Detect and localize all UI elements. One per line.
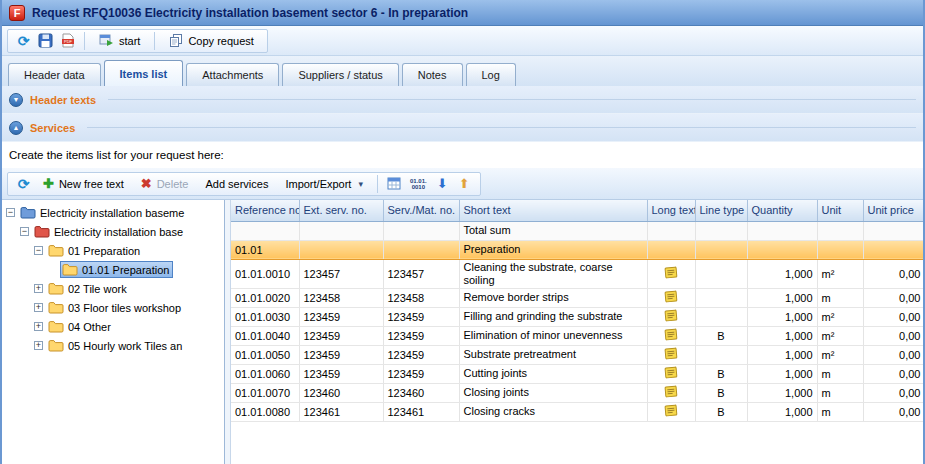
cell (383, 240, 459, 259)
tab-items-list[interactable]: Items list (104, 60, 184, 86)
column-header[interactable]: Unit price (863, 200, 923, 221)
table-row[interactable]: 01.01.0040123459123459Elimination of min… (231, 326, 923, 345)
expand-icon[interactable]: + (34, 303, 43, 312)
long-text-icon[interactable] (664, 266, 678, 279)
tree-item[interactable]: +02 Tile work (2, 279, 224, 298)
pdf-icon[interactable]: PDF (59, 32, 76, 49)
cell: m² (817, 326, 863, 345)
cell: 123458 (383, 288, 459, 307)
tab-notes[interactable]: Notes (402, 63, 463, 86)
cell: 01.01.0060 (231, 364, 299, 383)
new-free-text-label: New free text (59, 178, 124, 190)
collapse-icon[interactable]: − (20, 227, 29, 236)
expand-icon[interactable]: + (34, 341, 43, 350)
table-row[interactable]: Total sum (231, 221, 923, 240)
cell: 123459 (383, 307, 459, 326)
table-row[interactable]: 01.01.0030123459123459Filling and grindi… (231, 307, 923, 326)
cell: m² (817, 259, 863, 288)
cell: 1,000 (747, 383, 817, 402)
section-services: ▲ Services (2, 114, 923, 142)
move-up-icon[interactable]: ⬆ (456, 175, 473, 192)
column-header[interactable]: Unit (817, 200, 863, 221)
cell (647, 259, 695, 288)
collapse-icon[interactable]: − (34, 246, 43, 255)
column-header[interactable]: Serv./Mat. no. (383, 200, 459, 221)
renumber-line2: 0010 (412, 184, 425, 190)
table-row[interactable]: 01.01.0070123460123460Closing jointsB1,0… (231, 383, 923, 402)
expand-icon[interactable]: + (34, 322, 43, 331)
cell (647, 288, 695, 307)
tree-item-label: 01 Preparation (68, 245, 140, 257)
move-down-icon[interactable]: ⬇ (434, 175, 451, 192)
tree-item[interactable]: 01.01 Preparation (2, 260, 224, 279)
column-header[interactable]: Quantity (747, 200, 817, 221)
add-services-button[interactable]: Add services (199, 176, 274, 192)
save-icon[interactable] (37, 32, 54, 49)
tree-item[interactable]: +03 Floor tiles workshop (2, 298, 224, 317)
column-header[interactable]: Ext. serv. no. (299, 200, 383, 221)
start-button[interactable]: start (93, 31, 146, 51)
cell: 1,000 (747, 288, 817, 307)
table-row[interactable]: 01.01.0010123457123457Cleaning the subst… (231, 259, 923, 288)
column-header[interactable]: Short text (459, 200, 647, 221)
copy-request-button[interactable]: Copy request (163, 31, 259, 51)
tab-header-data[interactable]: Header data (8, 63, 101, 86)
import-export-button[interactable]: Import/Export ▾ (279, 176, 369, 192)
table-row[interactable]: 01.01.0080123461123461Closing cracksB1,0… (231, 402, 923, 421)
cell: 1,000 (747, 259, 817, 288)
tab-attachments[interactable]: Attachments (186, 63, 279, 86)
column-header[interactable]: Reference no (231, 200, 299, 221)
table-row[interactable]: 01.01.0020123458123458Remove border stri… (231, 288, 923, 307)
cell: 01.01.0020 (231, 288, 299, 307)
main-toolbar: ⟳ PDF start Copy request (2, 26, 923, 56)
long-text-icon[interactable] (664, 347, 678, 360)
plus-icon: ✚ (43, 177, 54, 190)
tree-item[interactable]: −01 Preparation (2, 241, 224, 260)
long-text-icon[interactable] (664, 404, 678, 417)
cell (695, 221, 747, 240)
long-text-icon[interactable] (664, 366, 678, 379)
delete-label: Delete (157, 178, 189, 190)
delete-icon: ✖ (141, 177, 152, 190)
tab-suppliers-status[interactable]: Suppliers / status (282, 63, 398, 86)
tree-item[interactable]: −Electricity installation base (2, 222, 224, 241)
long-text-icon[interactable] (664, 309, 678, 322)
table-row[interactable]: 01.01.0050123459123459Substrate pretreat… (231, 345, 923, 364)
instruction-text: Create the items list for your request h… (2, 142, 923, 168)
long-text-icon[interactable] (664, 328, 678, 341)
table-row[interactable]: 01.01.0060123459123459Cutting jointsB1,0… (231, 364, 923, 383)
content-area: −Electricity installation baseme−Electri… (2, 200, 923, 464)
cell: Closing cracks (459, 402, 647, 421)
items-toolbar-group: ⟳ ✚ New free text ✖ Delete Add services … (7, 172, 481, 196)
start-label: start (119, 35, 140, 47)
column-header[interactable]: Long text (647, 200, 695, 221)
refresh-items-icon[interactable]: ⟳ (15, 175, 32, 192)
table-row[interactable]: 01.01Preparation (231, 240, 923, 259)
long-text-icon[interactable] (664, 290, 678, 303)
new-free-text-button[interactable]: ✚ New free text (37, 175, 130, 192)
divider (108, 99, 916, 100)
cell (817, 221, 863, 240)
delete-button[interactable]: ✖ Delete (135, 175, 195, 192)
collapse-services-icon[interactable]: ▲ (9, 121, 23, 135)
grid-icon[interactable] (386, 175, 403, 192)
cell: B (695, 383, 747, 402)
collapse-icon[interactable]: − (6, 208, 15, 217)
expand-header-texts-icon[interactable]: ▼ (9, 93, 23, 107)
expand-icon[interactable]: + (34, 284, 43, 293)
renumber-icon[interactable]: 01.01. 0010 (408, 177, 429, 191)
long-text-icon[interactable] (664, 385, 678, 398)
tree-item[interactable]: +04 Other (2, 317, 224, 336)
column-header[interactable]: Line type (695, 200, 747, 221)
tree-item[interactable]: +05 Hourly work Tiles an (2, 336, 224, 355)
folder-icon (48, 282, 64, 295)
cell: 01.01.0050 (231, 345, 299, 364)
refresh-icon[interactable]: ⟳ (15, 32, 32, 49)
tab-log[interactable]: Log (466, 63, 516, 86)
cell: 0,00 (863, 383, 923, 402)
cell (299, 221, 383, 240)
cell: Filling and grinding the substrate (459, 307, 647, 326)
cell (647, 221, 695, 240)
tree-item[interactable]: −Electricity installation baseme (2, 203, 224, 222)
cell (647, 326, 695, 345)
